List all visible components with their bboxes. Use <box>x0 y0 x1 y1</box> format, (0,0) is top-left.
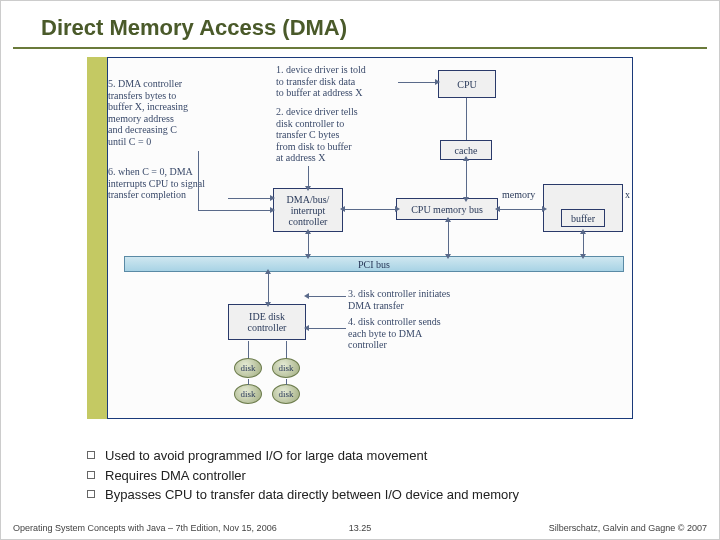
list-item: Requires DMA controller <box>87 467 519 485</box>
dma-diagram: 1. device driver is told to transfer dis… <box>107 57 633 419</box>
disk-4: disk <box>272 384 300 404</box>
bullet-text: Bypasses CPU to transfer data directly b… <box>105 486 519 504</box>
line-ide-disk1 <box>248 341 249 359</box>
buffer-box: buffer <box>561 209 605 227</box>
arrow-step6 <box>228 198 271 199</box>
bullet-icon <box>87 490 95 498</box>
arrow-step5 <box>198 210 271 211</box>
line-disk24 <box>286 379 287 385</box>
line-ide-disk2 <box>286 341 287 359</box>
bullet-text: Used to avoid programmed I/O for large d… <box>105 447 427 465</box>
step-5-text: 5. DMA controller transfers bytes to buf… <box>108 78 218 147</box>
side-stripe <box>87 57 107 419</box>
x-label: x <box>625 189 630 200</box>
line-dma-pci <box>308 233 309 255</box>
slide-footer: Operating System Concepts with Java – 7t… <box>13 523 707 533</box>
arrow-step3 <box>308 296 346 297</box>
ide-controller-box: IDE disk controller <box>228 304 306 340</box>
footer-center: 13.25 <box>349 523 372 533</box>
bullet-icon <box>87 471 95 479</box>
arrow-step2 <box>308 166 309 187</box>
diagram-container: 1. device driver is told to transfer dis… <box>87 57 633 419</box>
step-1-text: 1. device driver is told to transfer dis… <box>276 64 396 99</box>
page-title: Direct Memory Access (DMA) <box>13 1 707 49</box>
step-4-text: 4. disk controller sends each byte to DM… <box>348 316 498 351</box>
pci-bus-box: PCI bus <box>124 256 624 272</box>
arrow-step4 <box>308 328 346 329</box>
step-2-text: 2. device driver tells disk controller t… <box>276 106 396 164</box>
step-3-text: 3. disk controller initiates DMA transfe… <box>348 288 498 311</box>
arrow-step1 <box>398 82 436 83</box>
bullet-icon <box>87 451 95 459</box>
list-item: Used to avoid programmed I/O for large d… <box>87 447 519 465</box>
footer-right: Silberschatz, Galvin and Gagne © 2007 <box>549 523 707 533</box>
disk-3: disk <box>234 384 262 404</box>
dma-controller-box: DMA/bus/ interrupt controller <box>273 188 343 232</box>
line-disk13 <box>248 379 249 385</box>
line-cpu-cache <box>466 98 467 140</box>
line-memory-pci <box>583 233 584 255</box>
line-bus-memory <box>499 209 543 210</box>
list-item: Bypasses CPU to transfer data directly b… <box>87 486 519 504</box>
bullet-text: Requires DMA controller <box>105 467 246 485</box>
disk-1: disk <box>234 358 262 378</box>
footer-left: Operating System Concepts with Java – 7t… <box>13 523 277 533</box>
line-bus-pci <box>448 221 449 255</box>
line-dma-bus <box>344 209 396 210</box>
line-step5-v <box>198 151 199 211</box>
disk-2: disk <box>272 358 300 378</box>
memory-box: memory x buffer <box>543 184 623 232</box>
line-pci-ide <box>268 273 269 303</box>
bullet-list: Used to avoid programmed I/O for large d… <box>87 447 519 506</box>
step-6-text: 6. when C = 0, DMA interrupts CPU to sig… <box>108 166 228 201</box>
cpu-box: CPU <box>438 70 496 98</box>
line-cache-bus <box>466 160 467 198</box>
memory-label: memory <box>502 189 535 200</box>
